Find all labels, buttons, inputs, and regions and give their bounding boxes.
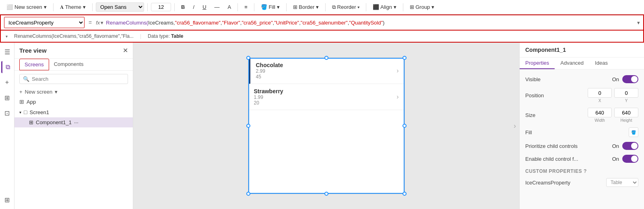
strikethrough-button[interactable]: — [211,3,223,11]
font-size-input[interactable] [151,3,171,11]
list-item-0-title: Chocolate [256,62,397,68]
align-group-button[interactable]: ⬛ Align ▾ [369,3,399,11]
tree-title: Tree view [19,47,47,54]
add-icon-button[interactable]: + [1,76,13,88]
position-y-label: Y [625,98,628,103]
underline-button[interactable]: U [199,3,209,11]
canvas-frame: Chocolate 2.99 45 › Strawberry 1.99 20 › [248,57,405,194]
data-type-info: Data type: Table [148,33,184,39]
align-button[interactable]: ≡ [241,3,251,11]
enable-child-on-label: On [603,156,619,162]
handle-top-right[interactable] [402,56,407,60]
search-icon: 🔍 [23,76,29,82]
icon-sidebar: ☰ ⧉ + ⊞ ⊡ ⊞ [0,43,14,209]
divider-6 [254,3,254,11]
list-item-1-left: Strawberry 1.99 20 [254,88,397,106]
divider-2 [92,3,93,11]
font-color-button[interactable]: A [225,3,235,11]
prop-visible: Visible On [520,73,644,86]
enable-child-label: Enable child control f... [525,156,600,162]
reorder-button[interactable]: ⧉ Reorder ▾ [329,3,363,12]
prioritize-on-label: On [603,143,619,149]
divider-5 [237,3,238,11]
tree-item-app[interactable]: ⊞ App [14,96,133,107]
tree-search[interactable]: 🔍 [19,74,128,84]
formula-text[interactable]: RenameColumns(IceCreams,"cra56_flavornam… [106,20,635,26]
equals-sign: = [87,19,93,26]
theme-button[interactable]: 𝐀 Theme ▾ [57,2,89,12]
new-screen-action[interactable]: + New screen ▾ [14,87,133,96]
formula-expand-icon[interactable]: ▾ [637,20,640,26]
position-y-input[interactable] [614,88,638,98]
handle-middle-left[interactable] [246,124,250,128]
size-height-box: Height [614,108,638,123]
theme-icon: 𝐀 [60,4,64,10]
screen-icon: ⬜ [6,4,13,10]
fill-button[interactable]: 🪣 Fill ▾ [258,3,283,11]
custom-props-help-icon[interactable]: ? [584,168,587,174]
size-width-input[interactable] [588,108,612,117]
handle-top-left[interactable] [246,56,250,60]
border-button[interactable]: ⊞ Border ▾ [290,3,322,11]
tab-properties[interactable]: Properties [520,57,555,69]
tab-screens[interactable]: Screens [19,59,49,70]
theme-label: Theme [65,4,81,10]
component-icon: ⊞ [29,119,33,125]
prioritize-toggle[interactable] [622,142,638,150]
tab-advanced[interactable]: Advanced [555,57,589,69]
new-screen-button[interactable]: ⬜ New screen ▾ [3,2,50,12]
tree-tabs: Screens Components [14,59,133,71]
list-item-0[interactable]: Chocolate 2.99 45 › [248,58,405,84]
tree-item-component1-1[interactable]: ⊞ Component1_1 ··· [14,117,133,127]
size-height-input[interactable] [614,108,638,117]
prop-prioritize: Prioritize child controls On [520,139,644,152]
settings-icon-button[interactable]: ⊞ [1,194,13,206]
new-screen-chevron-icon: ▾ [44,4,47,10]
position-x-box: X [588,88,612,103]
layers-icon-button[interactable]: ⧉ [1,61,13,73]
suggestion-item[interactable]: RenameColumns(IceCreams,"cra56_flavornam… [14,33,134,39]
handle-bottom-right[interactable] [402,192,407,196]
right-panel-tabs: Properties Advanced Ideas [520,57,644,70]
tab-ideas[interactable]: Ideas [589,57,613,69]
list-item-1[interactable]: Strawberry 1.99 20 › [248,84,405,110]
fill-swatch[interactable]: 🪣 [629,127,638,137]
formula-args: IceCreams,"cra56_flavorname","Flavor","c… [148,20,384,26]
tree-item-screen1[interactable]: ▾ □ Screen1 [14,107,133,117]
bold-button[interactable]: B [178,3,188,11]
list-item-0-chevron-icon: › [396,67,398,74]
canvas-expand-icon[interactable]: › [514,122,516,130]
prop-fill: Fill 🪣 [520,125,644,139]
fill-icon: 🪣 [261,4,267,10]
list-item-1-chevron-icon: › [396,93,398,100]
menu-icon-button[interactable]: ☰ [1,46,13,58]
fx-chevron-icon: ▾ [101,20,103,26]
divider-8 [325,3,326,11]
handle-bottom-left[interactable] [246,192,250,196]
font-select[interactable]: Open Sans [96,2,144,12]
search-input[interactable] [32,76,124,82]
tab-components[interactable]: Components [49,59,89,70]
position-inputs: X Y [588,88,638,103]
tree-close-button[interactable]: ✕ [123,47,128,54]
data-icon-button[interactable]: ⊞ [1,92,13,104]
visible-toggle[interactable] [622,75,638,83]
list-item-0-sub2: 45 [256,74,397,80]
theme-chevron-icon: ▾ [83,4,86,10]
components-icon-button[interactable]: ⊡ [1,107,13,119]
more-icon[interactable]: ··· [74,119,78,125]
ice-creams-type-select[interactable]: Table [606,178,638,187]
italic-button[interactable]: / [190,3,198,11]
enable-child-toggle[interactable] [622,155,638,163]
group-button[interactable]: ⊞ Group ▾ [407,3,438,11]
formula-function-name: RenameColumns( [106,20,148,26]
position-x-input[interactable] [588,88,612,98]
align-chevron-icon: ▾ [394,4,396,10]
position-y-box: Y [614,88,638,103]
handle-top-middle[interactable] [324,56,328,60]
position-x-label: X [599,98,601,103]
handle-middle-right[interactable] [402,124,407,128]
size-height-label: Height [621,118,632,123]
handle-bottom-middle[interactable] [324,192,328,196]
property-select[interactable]: IceCreamsProperty [4,17,85,28]
